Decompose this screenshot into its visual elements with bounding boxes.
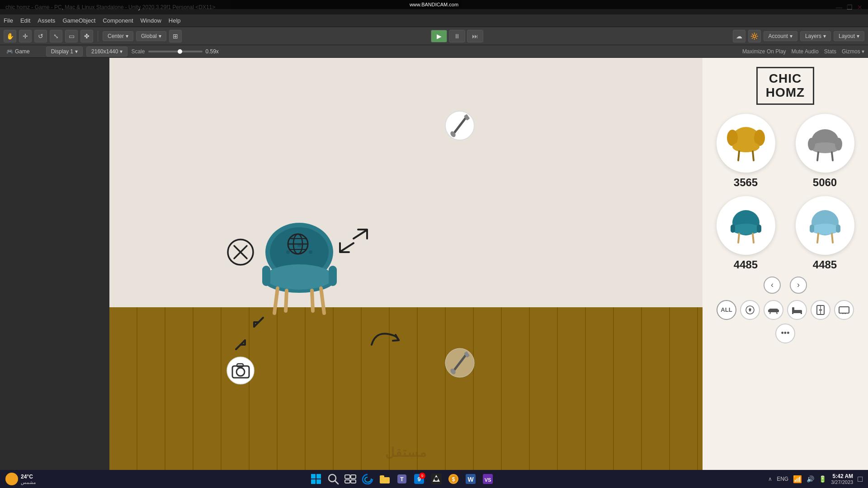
game-tab[interactable]: 🎮 Game [4, 47, 33, 56]
svg-line-55 [738, 234, 739, 243]
mute-audio[interactable]: Mute Audio [792, 48, 819, 55]
scale-slider[interactable] [148, 51, 203, 52]
collab-icon[interactable]: 🔆 [748, 30, 761, 42]
gizmos-dropdown[interactable]: Gizmos ▾ [842, 48, 864, 55]
resolution-dropdown[interactable]: 2160x1440 ▾ [86, 47, 127, 56]
toolbar: ✋ ✛ ↺ ⤡ ▭ ✤ Center ▾ Global ▾ ⊞ ▶ ⏸ ⏭ ☁ … [0, 27, 868, 45]
stats-button[interactable]: Stats [824, 48, 836, 55]
svg-point-42 [732, 141, 760, 152]
shrink-control-icon[interactable] [229, 315, 270, 352]
global-toggle[interactable]: Global ▾ [136, 31, 166, 41]
rotate-tool[interactable]: ↺ [34, 30, 47, 42]
game-viewport[interactable]: مستقل [109, 58, 703, 474]
scale-tool[interactable]: ⤡ [50, 30, 62, 42]
chevron-tray-icon[interactable]: ∧ [768, 476, 772, 482]
product-item-3[interactable]: 4485 [710, 196, 782, 271]
gizmos-label: Gizmos [842, 48, 860, 55]
svg-rect-80 [311, 474, 316, 479]
category-plant[interactable] [740, 300, 760, 320]
svg-line-13 [312, 291, 313, 311]
app6-button[interactable]: T [395, 472, 409, 486]
layers-label: Layers [805, 33, 821, 39]
chair-3d-model [254, 216, 344, 315]
menu-component[interactable]: Component [103, 17, 133, 24]
svg-text:VS: VS [485, 477, 491, 483]
svg-rect-77 [839, 307, 849, 313]
notifications-button[interactable]: 9 9 [412, 472, 426, 486]
center-toggle[interactable]: Center ▾ [103, 31, 133, 41]
display-dropdown[interactable]: Display 1 ▾ [46, 47, 83, 56]
restore-button[interactable]: ❐ [847, 4, 853, 11]
category-more[interactable]: ••• [775, 324, 795, 343]
product-item-4[interactable]: 4485 [789, 196, 861, 271]
pause-button[interactable]: ⏸ [449, 30, 465, 42]
menu-window[interactable]: Window [141, 17, 161, 24]
brush-icon-top[interactable] [444, 110, 476, 141]
category-all[interactable]: ALL [717, 300, 736, 320]
layout-dropdown[interactable]: Layout ▾ [834, 31, 864, 41]
secondary-bar: 🎮 Game Display 1 ▾ 2160x1440 ▾ Scale 0.5… [0, 45, 868, 58]
clock: 5:42 AM 3/27/2023 [831, 473, 853, 485]
speaker-icon[interactable]: 🔊 [807, 475, 814, 483]
globe-control-icon[interactable] [286, 232, 311, 257]
rotate-control-icon[interactable] [365, 320, 406, 356]
svg-rect-72 [801, 313, 802, 314]
minimize-button[interactable]: — [836, 4, 842, 11]
product-item-2[interactable]: 5060 [789, 114, 861, 189]
svg-point-58 [811, 224, 840, 235]
start-button[interactable] [309, 472, 323, 486]
step-button[interactable]: ⏭ [467, 30, 483, 42]
search-taskbar-button[interactable] [326, 472, 340, 486]
close-control-icon[interactable] [227, 239, 254, 266]
menu-assets[interactable]: Assets [38, 17, 55, 24]
notification-corner[interactable]: □ [858, 474, 863, 484]
category-bed[interactable] [787, 300, 807, 320]
svg-rect-53 [731, 225, 735, 233]
svg-rect-86 [345, 475, 350, 479]
layers-dropdown[interactable]: Layers ▾ [800, 31, 831, 41]
move-tool[interactable]: ✛ [19, 30, 32, 42]
visualstudio-button[interactable]: VS [481, 472, 495, 486]
prev-page-button[interactable]: ‹ [764, 277, 781, 294]
svg-text:$: $ [452, 476, 455, 483]
account-dropdown[interactable]: Account ▾ [764, 31, 797, 41]
scale-control[interactable]: 0.59x [148, 48, 218, 55]
taskview-button[interactable] [343, 472, 358, 486]
game-tab-label: Game [15, 48, 30, 55]
hand-tool[interactable]: ✋ [4, 30, 16, 42]
menu-gameobject[interactable]: GameObject [62, 17, 95, 24]
layers-chevron: ▾ [823, 33, 826, 39]
svg-line-50 [832, 152, 833, 160]
token-button[interactable]: $ [446, 472, 461, 486]
edge-browser-button[interactable] [360, 472, 375, 486]
unity-button[interactable] [429, 472, 443, 486]
language-indicator: ENG [777, 476, 788, 482]
menu-file[interactable]: File [4, 17, 13, 24]
cloud-icon[interactable]: ☁ [733, 30, 745, 42]
rect-tool[interactable]: ▭ [65, 30, 78, 42]
maximize-on-play[interactable]: Maximize On Play [742, 48, 786, 55]
svg-line-67 [770, 312, 770, 314]
right-panel: CHIC HOMZ 35 [703, 58, 868, 474]
weather-info: 24°C مشمس [21, 474, 36, 485]
close-button[interactable]: ✕ [857, 4, 863, 11]
svg-text:W: W [467, 476, 474, 483]
transform-tool[interactable]: ✤ [80, 30, 93, 42]
product-item-1[interactable]: 3565 [710, 114, 782, 189]
word-button[interactable]: W [463, 472, 478, 486]
category-cabinet[interactable] [811, 300, 830, 320]
menu-edit[interactable]: Edit [20, 17, 30, 24]
snap-tool[interactable]: ⊞ [169, 30, 182, 42]
title-text: chic homz - Game - PC, Mac & Linux Stand… [5, 4, 215, 10]
next-page-button[interactable]: › [790, 277, 807, 294]
account-label: Account [769, 33, 788, 39]
file-explorer-button[interactable] [377, 472, 392, 486]
expand-control-icon[interactable] [335, 225, 372, 257]
menu-help[interactable]: Help [169, 17, 181, 24]
play-button[interactable]: ▶ [431, 30, 447, 42]
camera-control-icon[interactable] [226, 356, 255, 385]
left-panel [0, 58, 109, 474]
category-tv[interactable] [834, 300, 854, 320]
brush-icon-bottom[interactable] [444, 347, 476, 379]
category-sofa[interactable] [764, 300, 783, 320]
